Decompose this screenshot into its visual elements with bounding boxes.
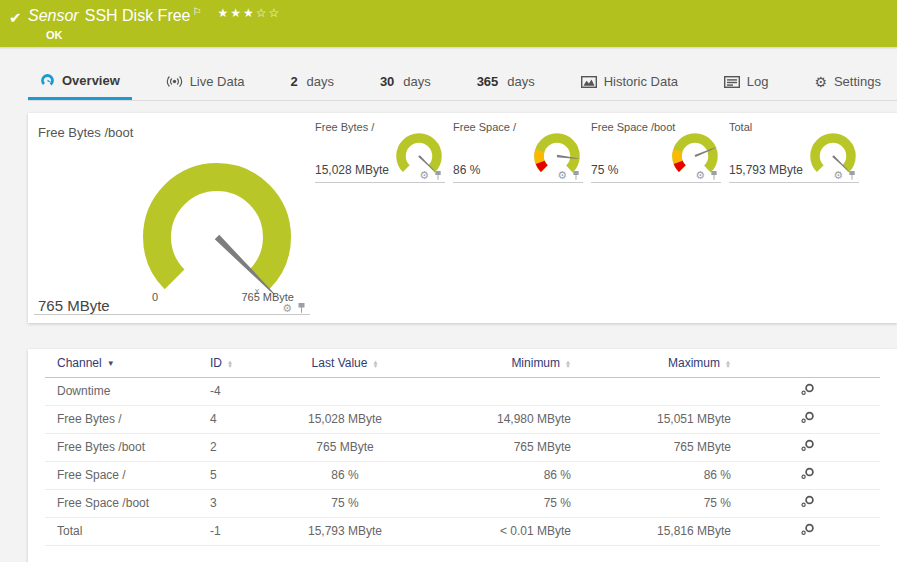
edit-channel-icon[interactable] — [800, 383, 815, 396]
channel-maximum — [575, 377, 735, 405]
gauge-value: 75 % — [591, 163, 618, 177]
gauge-title: Free Space / — [453, 121, 516, 133]
channel-name: Free Space / — [45, 461, 210, 489]
channel-name: Free Bytes /boot — [45, 433, 210, 461]
area-chart-icon — [581, 76, 597, 88]
pin-icon[interactable] — [572, 170, 580, 181]
pin-icon[interactable] — [848, 170, 856, 181]
tab-label: days — [507, 74, 534, 89]
tab-live-data[interactable]: Live Data — [154, 63, 257, 100]
column-header-minimum[interactable]: Minimum▲▼ — [410, 349, 575, 377]
channel-table-panel: Channel▼ ID▲▼ Last Value▲▼ Minimum▲▼ Max… — [28, 349, 897, 562]
tab-overview[interactable]: Overview — [28, 63, 132, 100]
edit-channel-icon[interactable] — [800, 495, 815, 508]
tab-log[interactable]: Log — [712, 63, 781, 100]
channel-minimum: < 0.01 MByte — [410, 517, 575, 545]
tab-2-days[interactable]: 2 days — [278, 63, 346, 100]
table-row: Downtime -4 — [45, 377, 880, 405]
table-row: Total -1 15,793 MByte < 0.01 MByte 15,81… — [45, 517, 880, 545]
tab-label: days — [403, 74, 430, 89]
gauge-title: Free Space /boot — [591, 121, 675, 133]
gauges-panel: Free Bytes /boot x 0 765 MByte 765 MByte… — [28, 113, 897, 323]
channel-last-value: 15,793 MByte — [280, 517, 410, 545]
gauge-tile-free-bytes-boot[interactable]: Free Bytes /boot x 0 765 MByte 765 MByte… — [34, 119, 310, 315]
pin-icon[interactable] — [297, 302, 306, 314]
channel-last-value: 765 MByte — [280, 433, 410, 461]
sensor-status-bar: ✔ SensorSSH Disk Free⚐★★★☆☆ OK — [0, 0, 897, 47]
gauge-tile-free-space-root[interactable]: Free Space / 86 % ⚙ — [453, 119, 583, 183]
tab-label: Live Data — [190, 74, 245, 89]
channel-name: Free Space /boot — [45, 489, 210, 517]
channel-name: Free Bytes / — [45, 405, 210, 433]
tab-label: Log — [747, 74, 769, 89]
gauge-tile-free-space-boot[interactable]: Free Space /boot 75 % ⚙ — [591, 119, 721, 183]
sort-icon: ▲▼ — [725, 360, 731, 368]
gauge-tile-total[interactable]: Total 15,793 MByte ⚙ — [729, 119, 859, 183]
channel-maximum: 86 % — [575, 461, 735, 489]
channel-last-value: 15,028 MByte — [280, 405, 410, 433]
sensor-status-badge: OK — [46, 29, 63, 41]
edit-channel-icon[interactable] — [800, 523, 815, 536]
sort-icon: ▲▼ — [227, 360, 233, 368]
gauge-title: Free Bytes /boot — [38, 125, 133, 140]
sensor-title: SSH Disk Free — [85, 7, 191, 24]
gear-icon[interactable]: ⚙ — [419, 170, 429, 181]
gauge-value: 86 % — [453, 163, 480, 177]
gear-icon[interactable]: ⚙ — [282, 303, 292, 314]
edit-channel-icon[interactable] — [800, 467, 815, 480]
pin-icon[interactable] — [434, 170, 442, 181]
log-list-icon — [724, 76, 740, 88]
channel-minimum: 765 MByte — [410, 433, 575, 461]
gear-icon[interactable]: ⚙ — [833, 170, 843, 181]
object-kind-label: Sensor — [28, 7, 79, 24]
table-row: Free Space /boot 3 75 % 75 % 75 % — [45, 489, 880, 517]
channel-id: 5 — [210, 461, 280, 489]
gauge-title: Free Bytes / — [315, 121, 374, 133]
channel-maximum: 15,051 MByte — [575, 405, 735, 433]
channel-table: Channel▼ ID▲▼ Last Value▲▼ Minimum▲▼ Max… — [45, 349, 880, 546]
channel-maximum: 75 % — [575, 489, 735, 517]
channel-id: 3 — [210, 489, 280, 517]
column-header-maximum[interactable]: Maximum▲▼ — [575, 349, 735, 377]
priority-stars[interactable]: ★★★☆☆ — [217, 6, 281, 20]
gauge-value: 15,793 MByte — [729, 163, 803, 177]
channel-minimum: 75 % — [410, 489, 575, 517]
broadcast-icon — [166, 75, 183, 88]
gauge-value: 765 MByte — [38, 297, 110, 314]
tab-historic-data[interactable]: Historic Data — [569, 63, 690, 100]
channel-id: -4 — [210, 377, 280, 405]
gauge-tile-free-bytes-root[interactable]: Free Bytes / 15,028 MByte ⚙ — [315, 119, 445, 183]
tab-30-days[interactable]: 30 days — [368, 63, 443, 100]
channel-last-value: 75 % — [280, 489, 410, 517]
gear-icon[interactable]: ⚙ — [695, 170, 705, 181]
channel-minimum: 86 % — [410, 461, 575, 489]
tab-label: Historic Data — [604, 74, 678, 89]
tab-number: 30 — [380, 74, 394, 89]
tab-365-days[interactable]: 365 days — [465, 63, 547, 100]
edit-channel-icon[interactable] — [800, 439, 815, 452]
column-header-channel[interactable]: Channel▼ — [45, 349, 210, 377]
tab-settings[interactable]: ⚙ Settings — [802, 63, 893, 100]
edit-channel-icon[interactable] — [800, 411, 815, 424]
gear-icon[interactable]: ⚙ — [557, 170, 567, 181]
table-header-row: Channel▼ ID▲▼ Last Value▲▼ Minimum▲▼ Max… — [45, 349, 880, 377]
pin-icon[interactable] — [710, 170, 718, 181]
channel-minimum: 14,980 MByte — [410, 405, 575, 433]
column-header-id[interactable]: ID▲▼ — [210, 349, 280, 377]
gauge-icon — [40, 73, 55, 88]
channel-id: 4 — [210, 405, 280, 433]
ok-check-icon: ✔ — [9, 9, 22, 27]
channel-id: 2 — [210, 433, 280, 461]
channel-name: Total — [45, 517, 210, 545]
channel-maximum: 765 MByte — [575, 433, 735, 461]
gauge-scale-min: 0 — [152, 291, 158, 303]
table-row: Free Space / 5 86 % 86 % 86 % — [45, 461, 880, 489]
gear-icon: ⚙ — [814, 74, 827, 90]
sort-icon: ▲▼ — [565, 360, 571, 368]
channel-id: -1 — [210, 517, 280, 545]
channel-minimum — [410, 377, 575, 405]
channel-last-value — [280, 377, 410, 405]
flag-icon: ⚐ — [193, 6, 202, 17]
column-header-last-value[interactable]: Last Value▲▼ — [280, 349, 410, 377]
tab-number: 365 — [477, 74, 499, 89]
